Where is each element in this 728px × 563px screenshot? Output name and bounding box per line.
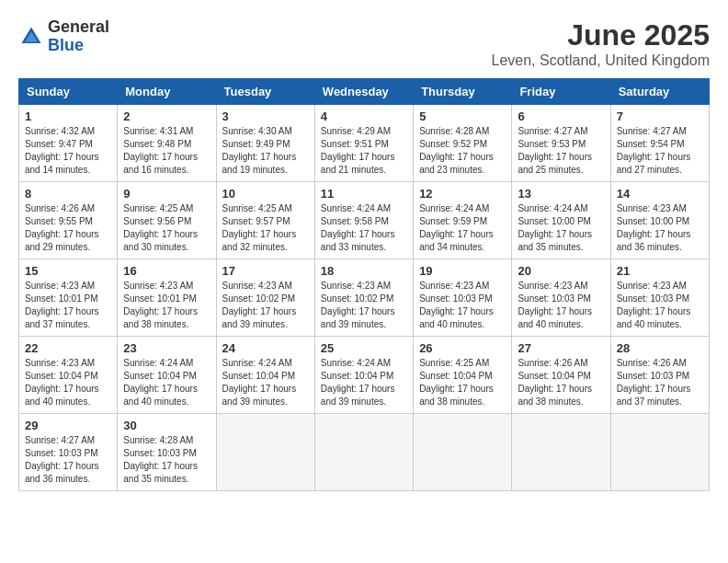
location-subtitle: Leven, Scotland, United Kingdom bbox=[492, 52, 710, 69]
day-number: 2 bbox=[123, 109, 210, 123]
logo: General Blue bbox=[18, 18, 109, 55]
day-info: Sunrise: 4:28 AM Sunset: 10:03 PM Daylig… bbox=[123, 434, 210, 486]
day-cell-20: 20 Sunrise: 4:23 AM Sunset: 10:03 PM Day… bbox=[512, 259, 610, 337]
day-cell-2: 2 Sunrise: 4:31 AM Sunset: 9:48 PM Dayli… bbox=[118, 105, 216, 182]
day-info: Sunrise: 4:24 AM Sunset: 10:04 PM Daylig… bbox=[222, 357, 309, 408]
day-number: 28 bbox=[617, 341, 703, 355]
day-info: Sunrise: 4:24 AM Sunset: 10:04 PM Daylig… bbox=[123, 357, 210, 408]
day-cell-15: 15 Sunrise: 4:23 AM Sunset: 10:01 PM Day… bbox=[19, 259, 118, 337]
day-cell-24: 24 Sunrise: 4:24 AM Sunset: 10:04 PM Day… bbox=[216, 337, 314, 414]
calendar-header-row: SundayMondayTuesdayWednesdayThursdayFrid… bbox=[19, 79, 710, 105]
day-number: 18 bbox=[321, 264, 407, 278]
day-number: 7 bbox=[617, 109, 703, 123]
day-number: 3 bbox=[222, 109, 309, 123]
empty-cell bbox=[314, 414, 413, 491]
day-info: Sunrise: 4:23 AM Sunset: 10:00 PM Daylig… bbox=[617, 202, 703, 254]
day-info: Sunrise: 4:23 AM Sunset: 10:03 PM Daylig… bbox=[617, 280, 703, 331]
day-cell-29: 29 Sunrise: 4:27 AM Sunset: 10:03 PM Day… bbox=[19, 414, 118, 491]
day-cell-23: 23 Sunrise: 4:24 AM Sunset: 10:04 PM Day… bbox=[118, 337, 216, 414]
day-info: Sunrise: 4:30 AM Sunset: 9:49 PM Dayligh… bbox=[222, 125, 309, 177]
title-area: June 2025 Leven, Scotland, United Kingdo… bbox=[492, 18, 710, 69]
col-header-friday: Friday bbox=[512, 79, 610, 105]
day-info: Sunrise: 4:24 AM Sunset: 9:59 PM Dayligh… bbox=[419, 202, 506, 254]
day-cell-5: 5 Sunrise: 4:28 AM Sunset: 9:52 PM Dayli… bbox=[414, 105, 512, 182]
logo-blue: Blue bbox=[48, 37, 109, 55]
calendar-table: SundayMondayTuesdayWednesdayThursdayFrid… bbox=[18, 78, 710, 491]
header: General Blue June 2025 Leven, Scotland, … bbox=[18, 18, 710, 69]
day-number: 25 bbox=[321, 341, 407, 355]
day-cell-4: 4 Sunrise: 4:29 AM Sunset: 9:51 PM Dayli… bbox=[314, 105, 413, 182]
day-cell-11: 11 Sunrise: 4:24 AM Sunset: 9:58 PM Dayl… bbox=[314, 182, 413, 259]
day-info: Sunrise: 4:28 AM Sunset: 9:52 PM Dayligh… bbox=[419, 125, 506, 177]
calendar-week-4: 22 Sunrise: 4:23 AM Sunset: 10:04 PM Day… bbox=[19, 337, 710, 414]
day-info: Sunrise: 4:25 AM Sunset: 9:56 PM Dayligh… bbox=[123, 202, 210, 254]
day-info: Sunrise: 4:23 AM Sunset: 10:02 PM Daylig… bbox=[321, 280, 407, 331]
empty-cell bbox=[216, 414, 314, 491]
day-info: Sunrise: 4:24 AM Sunset: 10:04 PM Daylig… bbox=[321, 357, 407, 408]
day-number: 16 bbox=[123, 264, 210, 278]
day-info: Sunrise: 4:27 AM Sunset: 9:53 PM Dayligh… bbox=[518, 125, 604, 177]
day-info: Sunrise: 4:23 AM Sunset: 10:01 PM Daylig… bbox=[25, 280, 111, 331]
day-info: Sunrise: 4:31 AM Sunset: 9:48 PM Dayligh… bbox=[123, 125, 210, 177]
empty-cell bbox=[512, 414, 610, 491]
day-cell-13: 13 Sunrise: 4:24 AM Sunset: 10:00 PM Day… bbox=[512, 182, 610, 259]
day-info: Sunrise: 4:24 AM Sunset: 9:58 PM Dayligh… bbox=[321, 202, 407, 254]
day-number: 10 bbox=[222, 187, 309, 201]
day-number: 1 bbox=[25, 109, 111, 123]
day-cell-7: 7 Sunrise: 4:27 AM Sunset: 9:54 PM Dayli… bbox=[610, 105, 709, 182]
day-number: 23 bbox=[123, 341, 210, 355]
day-cell-30: 30 Sunrise: 4:28 AM Sunset: 10:03 PM Day… bbox=[118, 414, 216, 491]
day-info: Sunrise: 4:27 AM Sunset: 9:54 PM Dayligh… bbox=[617, 125, 703, 177]
day-cell-3: 3 Sunrise: 4:30 AM Sunset: 9:49 PM Dayli… bbox=[216, 105, 314, 182]
day-cell-8: 8 Sunrise: 4:26 AM Sunset: 9:55 PM Dayli… bbox=[19, 182, 118, 259]
day-cell-26: 26 Sunrise: 4:25 AM Sunset: 10:04 PM Day… bbox=[414, 337, 512, 414]
day-number: 12 bbox=[419, 187, 506, 201]
day-cell-22: 22 Sunrise: 4:23 AM Sunset: 10:04 PM Day… bbox=[19, 337, 118, 414]
day-info: Sunrise: 4:32 AM Sunset: 9:47 PM Dayligh… bbox=[25, 125, 111, 177]
day-number: 15 bbox=[25, 264, 111, 278]
day-cell-28: 28 Sunrise: 4:26 AM Sunset: 10:03 PM Day… bbox=[610, 337, 709, 414]
day-number: 14 bbox=[617, 187, 703, 201]
col-header-saturday: Saturday bbox=[610, 79, 709, 105]
day-info: Sunrise: 4:27 AM Sunset: 10:03 PM Daylig… bbox=[25, 434, 111, 486]
day-number: 6 bbox=[518, 109, 604, 123]
day-cell-17: 17 Sunrise: 4:23 AM Sunset: 10:02 PM Day… bbox=[216, 259, 314, 337]
month-year-title: June 2025 bbox=[492, 18, 710, 52]
day-number: 29 bbox=[25, 419, 111, 432]
day-cell-27: 27 Sunrise: 4:26 AM Sunset: 10:04 PM Day… bbox=[512, 337, 610, 414]
day-cell-6: 6 Sunrise: 4:27 AM Sunset: 9:53 PM Dayli… bbox=[512, 105, 610, 182]
day-number: 5 bbox=[419, 109, 506, 123]
day-cell-14: 14 Sunrise: 4:23 AM Sunset: 10:00 PM Day… bbox=[610, 182, 709, 259]
calendar-week-1: 1 Sunrise: 4:32 AM Sunset: 9:47 PM Dayli… bbox=[19, 105, 710, 182]
col-header-wednesday: Wednesday bbox=[314, 79, 413, 105]
day-number: 20 bbox=[518, 264, 604, 278]
day-info: Sunrise: 4:23 AM Sunset: 10:02 PM Daylig… bbox=[222, 280, 309, 331]
day-number: 24 bbox=[222, 341, 309, 355]
day-cell-10: 10 Sunrise: 4:25 AM Sunset: 9:57 PM Dayl… bbox=[216, 182, 314, 259]
day-info: Sunrise: 4:23 AM Sunset: 10:04 PM Daylig… bbox=[25, 357, 111, 408]
day-number: 4 bbox=[321, 109, 407, 123]
day-info: Sunrise: 4:29 AM Sunset: 9:51 PM Dayligh… bbox=[321, 125, 407, 177]
col-header-sunday: Sunday bbox=[19, 79, 118, 105]
day-number: 13 bbox=[518, 187, 604, 201]
calendar-week-3: 15 Sunrise: 4:23 AM Sunset: 10:01 PM Day… bbox=[19, 259, 710, 337]
day-info: Sunrise: 4:26 AM Sunset: 10:03 PM Daylig… bbox=[617, 357, 703, 408]
day-cell-18: 18 Sunrise: 4:23 AM Sunset: 10:02 PM Day… bbox=[314, 259, 413, 337]
day-info: Sunrise: 4:23 AM Sunset: 10:03 PM Daylig… bbox=[419, 280, 506, 331]
day-cell-16: 16 Sunrise: 4:23 AM Sunset: 10:01 PM Day… bbox=[118, 259, 216, 337]
day-number: 27 bbox=[518, 341, 604, 355]
col-header-tuesday: Tuesday bbox=[216, 79, 314, 105]
day-info: Sunrise: 4:25 AM Sunset: 9:57 PM Dayligh… bbox=[222, 202, 309, 254]
day-info: Sunrise: 4:25 AM Sunset: 10:04 PM Daylig… bbox=[419, 357, 506, 408]
logo-text: General Blue bbox=[48, 18, 109, 55]
logo-icon bbox=[18, 24, 44, 50]
day-cell-19: 19 Sunrise: 4:23 AM Sunset: 10:03 PM Day… bbox=[414, 259, 512, 337]
day-number: 22 bbox=[25, 341, 111, 355]
day-info: Sunrise: 4:26 AM Sunset: 10:04 PM Daylig… bbox=[518, 357, 604, 408]
day-cell-21: 21 Sunrise: 4:23 AM Sunset: 10:03 PM Day… bbox=[610, 259, 709, 337]
day-number: 19 bbox=[419, 264, 506, 278]
day-cell-12: 12 Sunrise: 4:24 AM Sunset: 9:59 PM Dayl… bbox=[414, 182, 512, 259]
day-info: Sunrise: 4:26 AM Sunset: 9:55 PM Dayligh… bbox=[25, 202, 111, 254]
day-info: Sunrise: 4:24 AM Sunset: 10:00 PM Daylig… bbox=[518, 202, 604, 254]
calendar-week-2: 8 Sunrise: 4:26 AM Sunset: 9:55 PM Dayli… bbox=[19, 182, 710, 259]
